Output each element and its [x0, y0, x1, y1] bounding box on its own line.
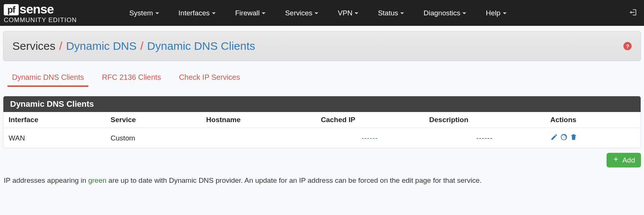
col-actions: Actions [545, 112, 641, 128]
nav-item-vpn[interactable]: VPN [338, 9, 358, 17]
disable-icon[interactable] [560, 133, 568, 143]
caret-down-icon [315, 12, 318, 14]
cell-description: ------ [476, 134, 493, 142]
nav-item-label: Status [378, 9, 398, 17]
brand-logo: pfsense [4, 3, 77, 15]
cell-hostname [201, 128, 316, 148]
delete-icon[interactable] [570, 133, 577, 143]
nav-item-label: Services [285, 9, 312, 17]
edit-icon[interactable] [550, 133, 558, 143]
logout-icon[interactable] [629, 8, 637, 18]
tab-label: RFC 2136 Clients [102, 73, 161, 81]
panel-dynamic-dns-clients: Dynamic DNS Clients Interface Service Ho… [3, 96, 641, 148]
tab-label: Dynamic DNS Clients [12, 73, 84, 81]
cell-service: Custom [105, 128, 201, 148]
nav-item-help[interactable]: Help [486, 9, 506, 17]
breadcrumb-leaf[interactable]: Dynamic DNS Clients [147, 40, 255, 52]
nav-item-label: Help [486, 9, 500, 17]
top-navbar: pfsense COMMUNITY EDITION System Interfa… [0, 0, 644, 26]
col-service: Service [105, 112, 201, 128]
col-hostname: Hostname [201, 112, 316, 128]
caret-down-icon [212, 12, 216, 14]
col-description: Description [424, 112, 545, 128]
caret-down-icon [355, 12, 358, 14]
nav-item-label: VPN [338, 9, 352, 17]
add-button[interactable]: Add [607, 153, 641, 167]
breadcrumb: Services / Dynamic DNS / Dynamic DNS Cli… [12, 40, 255, 52]
brand-logo-pf: pf [4, 4, 19, 15]
caret-down-icon [462, 12, 466, 14]
caret-down-icon [262, 12, 265, 14]
clients-table: Interface Service Hostname Cached IP Des… [3, 112, 641, 148]
add-button-row: Add [3, 148, 641, 167]
brand-block[interactable]: pfsense COMMUNITY EDITION [0, 3, 92, 23]
tab-check-ip-services[interactable]: Check IP Services [179, 73, 240, 87]
breadcrumb-root[interactable]: Services [12, 40, 55, 52]
nav-item-system[interactable]: System [129, 9, 159, 17]
cell-interface: WAN [3, 128, 105, 148]
caret-down-icon [503, 12, 507, 14]
footer-hint: IP addresses appearing in green are up t… [3, 167, 641, 185]
nav-item-interfaces[interactable]: Interfaces [179, 9, 216, 17]
plus-icon [613, 156, 619, 164]
page-content: Services / Dynamic DNS / Dynamic DNS Cli… [0, 26, 644, 185]
brand-edition: COMMUNITY EDITION [4, 17, 77, 23]
panel-title: Dynamic DNS Clients [3, 96, 641, 112]
breadcrumb-mid[interactable]: Dynamic DNS [66, 40, 136, 52]
tab-rfc2136-clients[interactable]: RFC 2136 Clients [102, 73, 161, 87]
table-row: WAN Custom ------ ------ [3, 128, 641, 148]
add-button-label: Add [622, 156, 635, 164]
nav-item-label: Interfaces [179, 9, 210, 17]
tab-bar: Dynamic DNS Clients RFC 2136 Clients Che… [3, 61, 641, 87]
tab-dynamic-dns-clients[interactable]: Dynamic DNS Clients [12, 73, 84, 87]
nav-item-label: Firewall [235, 9, 259, 17]
brand-logo-sense: sense [19, 3, 54, 15]
col-cached-ip: Cached IP [316, 112, 424, 128]
hint-green: green [88, 176, 107, 184]
row-actions [550, 133, 635, 143]
nav-item-status[interactable]: Status [378, 9, 404, 17]
caret-down-icon [400, 12, 404, 14]
hint-pre: IP addresses appearing in [4, 176, 88, 184]
nav-item-diagnostics[interactable]: Diagnostics [423, 9, 466, 17]
tab-label: Check IP Services [179, 73, 240, 81]
cell-cached-ip: ------ [362, 134, 378, 142]
col-interface: Interface [3, 112, 105, 128]
table-header-row: Interface Service Hostname Cached IP Des… [3, 112, 641, 128]
hint-post: are up to date with Dynamic DNS provider… [106, 176, 482, 184]
caret-down-icon [155, 12, 159, 14]
breadcrumb-separator: / [59, 40, 62, 52]
nav-item-label: System [129, 9, 153, 17]
nav-item-firewall[interactable]: Firewall [235, 9, 265, 17]
nav-items: System Interfaces Firewall Services VPN … [129, 0, 506, 26]
nav-item-label: Diagnostics [423, 9, 460, 17]
nav-item-services[interactable]: Services [285, 9, 318, 17]
help-icon[interactable]: ? [623, 42, 632, 50]
breadcrumb-box: Services / Dynamic DNS / Dynamic DNS Cli… [3, 31, 641, 61]
breadcrumb-separator: / [140, 40, 143, 52]
